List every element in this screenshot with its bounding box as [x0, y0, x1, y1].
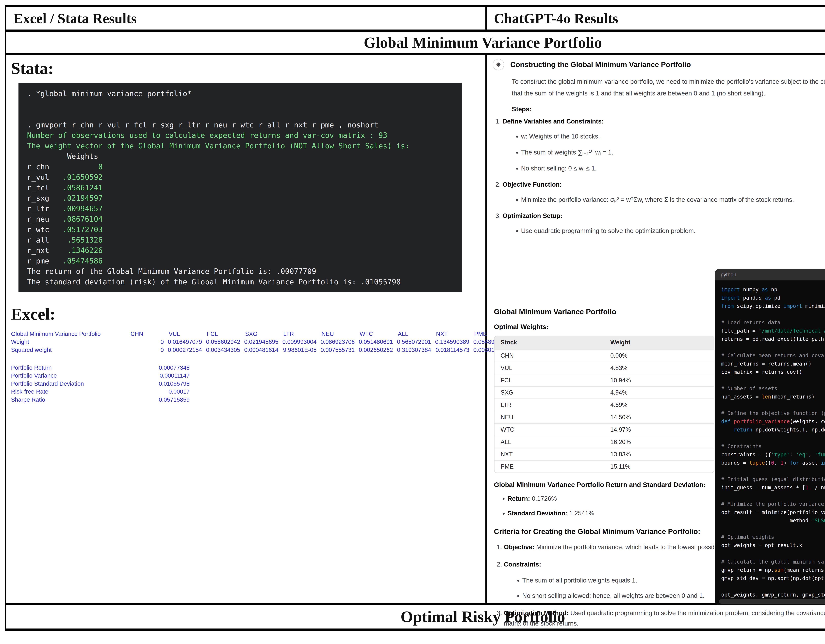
stat-row: Sharpe Ratio 0.05715859	[11, 396, 485, 404]
code-line	[721, 434, 825, 442]
code-line: gmvp_return = np.sum(mean_returns * opt_…	[721, 566, 825, 574]
terminal-line: Number of observations used to calculate…	[27, 131, 453, 141]
stat-row: Portfolio Variance 0.00011147	[11, 371, 485, 380]
excel-column-header: FCL	[205, 330, 244, 338]
code-line: bounds = tuple((0, 1) for asset in range…	[721, 459, 825, 467]
stat-value: 0.01055798	[116, 380, 190, 388]
excel-column-header: WTC	[358, 330, 397, 338]
terminal-line: Weights	[27, 152, 453, 162]
code-line: # Calculate the global minimum variance …	[721, 558, 825, 566]
chat-title: Constructing the Global Minimum Variance…	[510, 60, 691, 69]
table-row: SXG 4.94%	[494, 386, 714, 399]
code-line: file_path = '/mnt/data/Technical Analysi…	[721, 327, 825, 335]
stat-value: 0.00077348	[116, 364, 190, 372]
code-header: python Copy code	[715, 269, 825, 280]
stock-cell: NXT	[494, 448, 604, 460]
excel-table-label: Global Minimum Variance Portfolio	[11, 330, 129, 338]
code-line	[721, 343, 825, 351]
excel-column-header: CHN	[129, 330, 167, 338]
excel-column-header: LTR	[282, 330, 320, 338]
table-row: NXT 13.83%	[494, 448, 714, 460]
step-1-title: Define Variables and Constraints:	[502, 118, 604, 125]
terminal-line: r_vul .01650592	[27, 173, 453, 183]
code-line: num_assets = len(mean_returns)	[721, 393, 825, 401]
stat-value: 0.05715859	[116, 396, 190, 404]
weight-cell: 0.00%	[604, 349, 714, 362]
code-line: opt_weights = opt_result.x	[721, 541, 825, 549]
terminal-line: . *global minimum variance portfolio*	[27, 89, 453, 100]
excel-weight-cells: 00.0164970790.0586029420.0219456950.0099…	[129, 338, 511, 346]
code-line: # Define the objective function (portfol…	[721, 409, 825, 417]
excel-weight-value: 0.051480691	[358, 338, 397, 346]
terminal-line: r_neu .08676104	[27, 215, 453, 225]
excel-squared-value: 0.003434305	[205, 346, 244, 354]
weight-cell: 4.69%	[604, 399, 714, 411]
excel-squared-label: Squared weight	[11, 346, 129, 354]
excel-stata-header-cell: Excel / Stata Results	[6, 7, 487, 29]
stock-cell: VUL	[494, 362, 604, 374]
stata-terminal: . *global minimum variance portfolio* . …	[19, 83, 462, 292]
code-line: gmvp_std_dev = np.sqrt(np.dot(opt_weight…	[721, 574, 825, 582]
chat-title-row: ✳ Constructing the Global Minimum Varian…	[493, 59, 825, 70]
step-bullet: No short selling: 0 ≤ wᵢ ≤ 1.	[521, 163, 825, 173]
excel-column-header: SXG	[244, 330, 282, 338]
weight-cell: 14.50%	[604, 411, 714, 423]
terminal-line: r_all .5651326	[27, 236, 453, 246]
step-3: Optimization Setup: Use quadratic progra…	[502, 212, 825, 236]
code-line: constraints = ({'type': 'eq', 'fun': lam…	[721, 450, 825, 459]
excel-column-header: NXT	[435, 330, 473, 338]
terminal-line	[27, 100, 453, 110]
stat-label: Portfolio Return	[11, 364, 116, 372]
excel-stata-panel: Stata: . *global minimum variance portfo…	[6, 55, 487, 602]
stat-row: Portfolio Standard Deviation 0.01055798	[11, 380, 485, 388]
table-row: CHN 0.00%	[494, 349, 714, 362]
weight-cell: 4.83%	[604, 362, 714, 374]
terminal-line: r_chn 0	[27, 162, 453, 173]
code-line: returns = pd.read_excel(file_path, sheet…	[721, 335, 825, 343]
excel-column-header: ALL	[397, 330, 435, 338]
weight-cell: 4.94%	[604, 386, 714, 399]
excel-weight-value: 0.021945695	[244, 338, 282, 346]
excel-weight-row: Weight 00.0164970790.0586029420.02194569…	[11, 338, 485, 346]
code-line: # Calculate mean returns and covariance …	[721, 351, 825, 360]
results-table: Excel / Stata Results ChatGPT-4o Results…	[5, 5, 825, 631]
code-line	[721, 525, 825, 533]
terminal-line	[27, 110, 453, 120]
stock-cell: PME	[494, 460, 604, 473]
criteria-method: Optimization Method: Used quadratic prog…	[504, 608, 825, 629]
step-3-bullet: Use quadratic programming to solve the o…	[521, 225, 825, 236]
code-line: from scipy.optimize import minimize	[721, 302, 825, 310]
stock-cell: LTR	[494, 399, 604, 411]
excel-squared-value: 0.018114573	[435, 346, 473, 354]
steps-list: Define Variables and Constraints: w: Wei…	[493, 118, 825, 236]
steps-label: Steps:	[512, 106, 825, 113]
excel-heading: Excel:	[11, 305, 485, 324]
code-line: import pandas as pd	[721, 294, 825, 302]
terminal-line: The standard deviation (risk) of the Glo…	[27, 277, 453, 288]
excel-squared-value: 9.98601E-05	[282, 346, 320, 354]
terminal-line: r_sxg .02194597	[27, 194, 453, 204]
stat-value: 0.00017	[116, 388, 190, 396]
step-2: Objective Function: Minimize the portfol…	[502, 181, 825, 205]
weight-cell: 14.97%	[604, 423, 714, 436]
table-row: PME 15.11%	[494, 460, 714, 473]
terminal-line: The return of the Global Minimum Varianc…	[27, 267, 453, 277]
code-line: opt_result = minimize(portfolio_variance…	[721, 508, 825, 516]
table-row: LTR 4.69%	[494, 399, 714, 411]
code-line	[721, 549, 825, 558]
code-line: # Optimal weights	[721, 533, 825, 541]
excel-weight-value: 0.565072901	[397, 338, 435, 346]
terminal-line: r_wtc .05172703	[27, 225, 453, 236]
code-line: opt_weights, gmvp_return, gmvp_std_dev	[721, 590, 825, 599]
code-body: import numpy as np import pandas as pd f…	[715, 280, 825, 604]
code-scrollbar[interactable]	[719, 599, 825, 604]
section-title-row: Global Minimum Variance Portfolio	[6, 29, 825, 53]
terminal-line: The weight vector of the Global Minimum …	[27, 142, 453, 152]
excel-weight-label: Weight	[11, 338, 129, 346]
code-line	[721, 401, 825, 409]
weights-table: Stock Weight CHN 0.00%	[494, 336, 714, 473]
table-row: ALL 16.20%	[494, 436, 714, 448]
excel-weight-value: 0.009993004	[282, 338, 320, 346]
code-line: # Load returns data	[721, 318, 825, 327]
terminal-line: r_nxt .1346226	[27, 246, 453, 256]
